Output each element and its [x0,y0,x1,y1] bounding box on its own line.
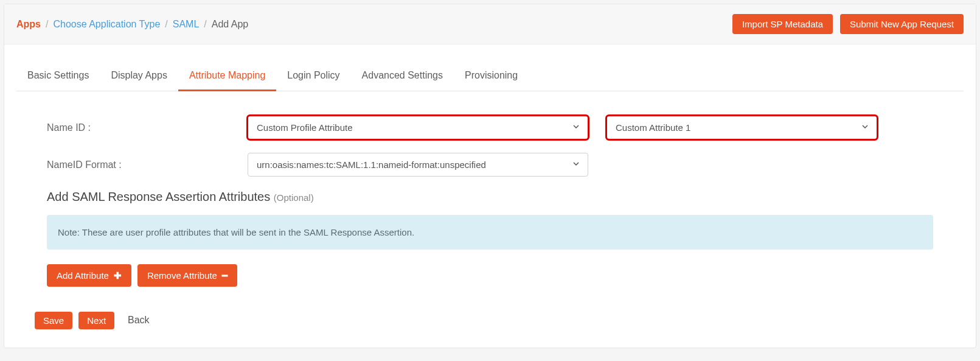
chevron-down-icon [862,125,868,131]
chevron-down-icon [573,125,579,131]
tab-provisioning[interactable]: Provisioning [454,63,529,91]
nameid-format-row: NameID Format : urn:oasis:names:tc:SAML:… [47,153,933,177]
tab-attribute-mapping[interactable]: Attribute Mapping [178,63,276,91]
name-id-row: Name ID : Custom Profile Attribute Custo… [47,116,933,139]
remove-attribute-label: Remove Attribute [147,270,217,281]
add-attribute-button[interactable]: Add Attribute ✚ [47,264,131,287]
breadcrumb-sep: / [204,19,206,30]
footer-actions: Save Next Back [16,311,964,329]
nameid-format-select[interactable]: urn:oasis:names:tc:SAML:1.1:nameid-forma… [248,153,588,177]
custom-attribute-select-wrap: Custom Attribute 1 [606,116,877,139]
tab-display-apps[interactable]: Display Apps [100,63,178,91]
breadcrumb-current: Add App [212,19,249,30]
minus-icon: ━ [222,271,228,280]
header-actions: Import SP Metadata Submit New App Reques… [732,14,964,34]
optional-label: (Optional) [274,192,314,203]
remove-attribute-button[interactable]: Remove Attribute ━ [137,264,237,287]
next-button[interactable]: Next [78,312,114,329]
breadcrumb-sep: / [165,19,167,30]
breadcrumb: Apps / Choose Application Type / SAML / … [16,19,248,30]
tab-advanced-settings[interactable]: Advanced Settings [351,63,454,91]
back-button[interactable]: Back [120,311,157,329]
nameid-format-select-wrap: urn:oasis:names:tc:SAML:1.1:nameid-forma… [248,153,588,177]
note-box: Note: These are user profile attributes … [47,215,933,250]
chevron-down-icon [573,162,579,168]
app-config-card: Apps / Choose Application Type / SAML / … [4,4,976,348]
assertion-attributes-title-text: Add SAML Response Assertion Attributes [47,190,270,203]
plus-icon: ✚ [114,271,122,280]
name-id-label: Name ID : [47,122,229,133]
form-area: Name ID : Custom Profile Attribute Custo… [16,116,964,287]
tab-basic-settings[interactable]: Basic Settings [16,63,100,91]
tab-login-policy[interactable]: Login Policy [276,63,350,91]
name-id-select[interactable]: Custom Profile Attribute [248,116,588,139]
custom-attribute-select[interactable]: Custom Attribute 1 [606,116,877,139]
content-area: Basic Settings Display Apps Attribute Ma… [4,44,976,348]
breadcrumb-apps[interactable]: Apps [16,19,41,30]
add-attribute-label: Add Attribute [57,270,109,281]
breadcrumb-saml[interactable]: SAML [173,19,200,30]
breadcrumb-choose-type[interactable]: Choose Application Type [53,19,160,30]
name-id-select-value: Custom Profile Attribute [257,122,353,133]
breadcrumb-sep: / [46,19,48,30]
name-id-select-wrap: Custom Profile Attribute [248,116,588,139]
submit-new-app-request-button[interactable]: Submit New App Request [840,14,964,34]
save-button[interactable]: Save [35,312,72,329]
nameid-format-label: NameID Format : [47,159,229,170]
nameid-format-select-value: urn:oasis:names:tc:SAML:1.1:nameid-forma… [257,159,486,170]
import-sp-metadata-button[interactable]: Import SP Metadata [732,14,833,34]
header-row: Apps / Choose Application Type / SAML / … [4,4,976,44]
attribute-action-buttons: Add Attribute ✚ Remove Attribute ━ [47,264,933,287]
assertion-attributes-title: Add SAML Response Assertion Attributes (… [47,190,933,204]
custom-attribute-select-value: Custom Attribute 1 [616,122,690,133]
tabs: Basic Settings Display Apps Attribute Ma… [16,63,964,91]
